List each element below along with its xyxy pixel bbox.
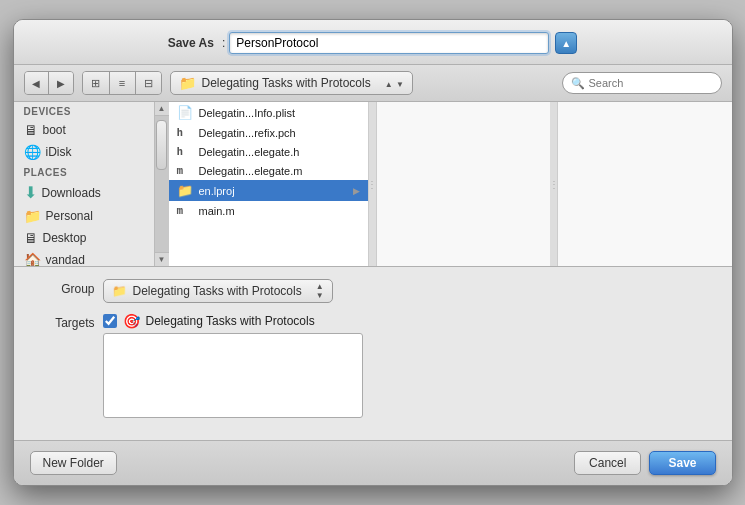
file-icon-elegate-h: h	[177, 145, 193, 158]
sidebar: DEVICES 🖥 boot 🌐 iDisk PLACES ⬇ Download…	[14, 102, 169, 266]
target-icon: 🎯	[123, 313, 140, 329]
file-label-main-m: main.m	[199, 205, 235, 217]
scroll-handle[interactable]	[156, 120, 167, 170]
group-dropdown[interactable]: 📁 Delegating Tasks with Protocols ▲ ▼	[103, 279, 333, 303]
sidebar-item-vandad[interactable]: 🏠 vandad	[14, 249, 169, 266]
path-label: Delegating Tasks with Protocols	[202, 76, 371, 90]
devices-section-label: DEVICES	[14, 102, 169, 119]
targets-label: Targets	[30, 313, 95, 330]
desktop-icon: 🖥	[24, 230, 38, 246]
sidebar-inner: DEVICES 🖥 boot 🌐 iDisk PLACES ⬇ Download…	[14, 102, 169, 266]
column-divider-2[interactable]	[550, 102, 558, 266]
save-button[interactable]: Save	[649, 451, 715, 475]
save-dialog: Save As : ▲ ◀ ▶ ⊞ ≡ ⊟ 📁 Delegating Tasks…	[13, 19, 733, 486]
footer: New Folder Cancel Save	[14, 440, 732, 485]
places-section-label: PLACES	[14, 163, 169, 180]
sidebar-item-idisk[interactable]: 🌐 iDisk	[14, 141, 169, 163]
file-item-elegate-h[interactable]: h Delegatin...elegate.h	[169, 142, 368, 161]
file-icon-en-lproj: 📁	[177, 183, 193, 198]
file-icon-info-plist: 📄	[177, 105, 193, 120]
scroll-down-arrow[interactable]: ▼	[155, 252, 169, 266]
target-label: Delegating Tasks with Protocols	[146, 314, 315, 328]
group-value: Delegating Tasks with Protocols	[133, 284, 302, 298]
sidebar-scrollbar[interactable]: ▲ ▼	[154, 102, 169, 266]
file-item-refix-pch[interactable]: h Delegatin...refix.pch	[169, 123, 368, 142]
empty-column-2	[558, 102, 732, 266]
group-row: Group 📁 Delegating Tasks with Protocols …	[30, 279, 716, 303]
file-label-en-lproj: en.lproj	[199, 185, 235, 197]
boot-icon: 🖥	[24, 122, 38, 138]
group-folder-icon: 📁	[112, 284, 127, 298]
expand-button[interactable]: ▲	[555, 32, 577, 54]
group-label: Group	[30, 279, 95, 296]
sidebar-item-label-personal: Personal	[46, 209, 93, 223]
file-icon-refix-pch: h	[177, 126, 193, 139]
cancel-button[interactable]: Cancel	[574, 451, 641, 475]
sidebar-item-label-boot: boot	[43, 123, 66, 137]
file-label-info-plist: Delegatin...Info.plist	[199, 107, 296, 119]
search-input[interactable]	[589, 77, 713, 89]
view-buttons: ⊞ ≡ ⊟	[82, 71, 162, 95]
sidebar-item-label-idisk: iDisk	[46, 145, 72, 159]
target-item: 🎯 Delegating Tasks with Protocols	[103, 313, 383, 329]
empty-column	[377, 102, 551, 266]
targets-row: Targets 🎯 Delegating Tasks with Protocol…	[30, 313, 716, 418]
scroll-up-arrow[interactable]: ▲	[155, 102, 169, 116]
downloads-icon: ⬇	[24, 183, 37, 202]
vandad-icon: 🏠	[24, 252, 41, 266]
file-item-info-plist[interactable]: 📄 Delegatin...Info.plist	[169, 102, 368, 123]
column-divider[interactable]	[369, 102, 377, 266]
title-bar: Save As : ▲	[14, 20, 732, 65]
personal-icon: 📁	[24, 208, 41, 224]
sidebar-item-downloads[interactable]: ⬇ Downloads	[14, 180, 169, 205]
new-folder-button[interactable]: New Folder	[30, 451, 117, 475]
sidebar-item-label-vandad: vandad	[46, 253, 85, 266]
save-as-input[interactable]	[229, 32, 549, 54]
path-folder-icon: 📁	[179, 75, 196, 91]
column-view-button[interactable]: ⊟	[135, 72, 161, 94]
file-chevron-en-lproj: ▶	[353, 186, 360, 196]
path-dropdown-arrow: ▲ ▼	[385, 76, 404, 90]
file-item-main-m[interactable]: m main.m	[169, 201, 368, 220]
search-icon: 🔍	[571, 77, 585, 90]
file-label-elegate-m: Delegatin...elegate.m	[199, 165, 303, 177]
sidebar-item-desktop[interactable]: 🖥 Desktop	[14, 227, 169, 249]
icon-view-button[interactable]: ⊞	[83, 72, 109, 94]
list-view-button[interactable]: ≡	[109, 72, 135, 94]
sidebar-item-label-desktop: Desktop	[43, 231, 87, 245]
file-list-area: 📄 Delegatin...Info.plist h Delegatin...r…	[169, 102, 732, 266]
target-checkbox[interactable]	[103, 314, 117, 328]
group-dropdown-arrow: ▲ ▼	[316, 283, 324, 300]
file-label-refix-pch: Delegatin...refix.pch	[199, 127, 296, 139]
file-item-en-lproj[interactable]: 📁 en.lproj ▶	[169, 180, 368, 201]
search-box: 🔍	[562, 72, 722, 94]
nav-buttons: ◀ ▶	[24, 71, 74, 95]
file-label-elegate-h: Delegatin...elegate.h	[199, 146, 300, 158]
back-button[interactable]: ◀	[25, 72, 49, 94]
toolbar: ◀ ▶ ⊞ ≡ ⊟ 📁 Delegating Tasks with Protoc…	[14, 65, 732, 102]
sidebar-item-boot[interactable]: 🖥 boot	[14, 119, 169, 141]
file-column: 📄 Delegatin...Info.plist h Delegatin...r…	[169, 102, 369, 266]
targets-content: 🎯 Delegating Tasks with Protocols	[103, 313, 383, 418]
sidebar-item-personal[interactable]: 📁 Personal	[14, 205, 169, 227]
forward-button[interactable]: ▶	[49, 72, 73, 94]
save-as-label: Save As	[168, 36, 214, 50]
right-buttons: Cancel Save	[574, 451, 715, 475]
file-item-elegate-m[interactable]: m Delegatin...elegate.m	[169, 161, 368, 180]
file-icon-elegate-m: m	[177, 164, 193, 177]
file-icon-main-m: m	[177, 204, 193, 217]
idisk-icon: 🌐	[24, 144, 41, 160]
targets-list-box	[103, 333, 363, 418]
bottom-panel: Group 📁 Delegating Tasks with Protocols …	[14, 267, 732, 440]
scroll-track	[155, 116, 169, 252]
sidebar-item-label-downloads: Downloads	[42, 186, 101, 200]
main-content: DEVICES 🖥 boot 🌐 iDisk PLACES ⬇ Download…	[14, 102, 732, 267]
path-dropdown[interactable]: 📁 Delegating Tasks with Protocols ▲ ▼	[170, 71, 413, 95]
